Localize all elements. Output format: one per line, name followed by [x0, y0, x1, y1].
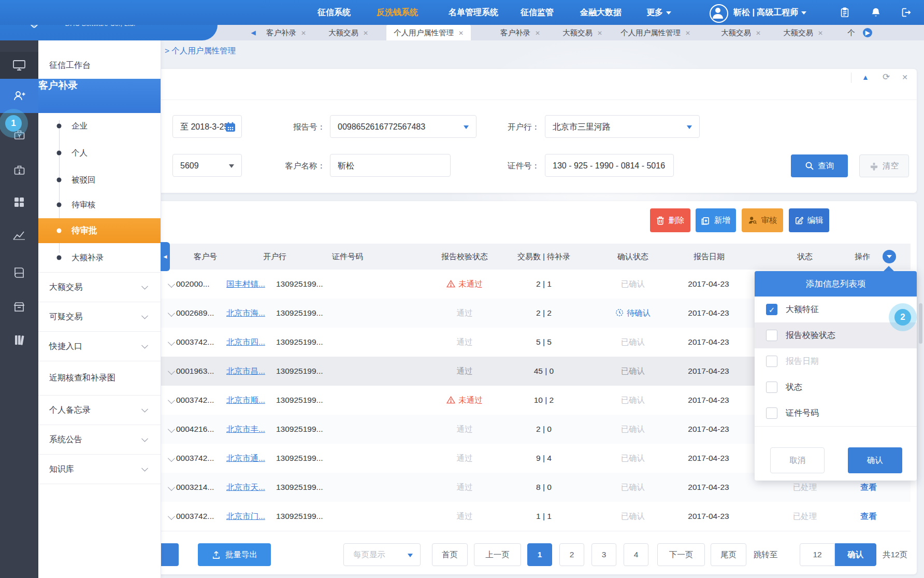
chooser-confirm-button[interactable]: 确认 — [848, 447, 902, 473]
nav-aml-system[interactable]: 反洗钱系统 — [377, 0, 418, 25]
close-icon[interactable]: ✕ — [818, 30, 823, 37]
page-last-button[interactable]: 尾页 — [711, 543, 746, 566]
jump-confirm-button[interactable]: 确认 — [835, 543, 876, 566]
customer-name-field[interactable]: 靳松 — [330, 154, 451, 177]
tab-large-transaction-4[interactable]: 大额交易✕ — [783, 25, 823, 40]
date-to-field[interactable]: 至 2018-3-25 — [172, 115, 242, 138]
refresh-icon[interactable]: ⟳ — [880, 72, 892, 83]
delete-button[interactable]: 删除 — [650, 208, 690, 232]
menu-item-quick-entry[interactable]: 快捷入口 — [38, 331, 161, 361]
clear-button[interactable]: 清空 — [859, 154, 909, 177]
clipboard-icon[interactable] — [839, 7, 850, 18]
chooser-cancel-button[interactable]: 取消 — [770, 447, 825, 473]
edit-button[interactable]: 编辑 — [789, 208, 829, 232]
bank-link[interactable]: 北京市通... — [226, 454, 265, 462]
tab-scroll-right-button[interactable]: ▶ — [863, 28, 872, 37]
jump-page-input[interactable]: 12 — [800, 543, 835, 566]
table-row[interactable]: 0003742... 北京市门... 130925199... 通过 1 | 1… — [161, 502, 911, 531]
page-scrollbar[interactable] — [919, 303, 922, 344]
bell-icon[interactable] — [870, 7, 882, 18]
rail-item-apps[interactable] — [0, 189, 38, 216]
bank-link[interactable]: 北京市天... — [226, 483, 265, 491]
add-button[interactable]: 新增 — [696, 208, 736, 232]
tab-large-transaction-1[interactable]: 大额交易✕ — [328, 25, 368, 40]
bank-link[interactable]: 北京市海... — [226, 308, 265, 317]
col-id-no[interactable]: 证件号码 — [332, 244, 363, 270]
rail-item-analytics[interactable] — [0, 222, 38, 249]
menu-item-system-notice[interactable]: 系统公告 — [38, 425, 161, 454]
logout-icon[interactable] — [900, 7, 912, 18]
chooser-item-report-date[interactable]: 报告日期 — [755, 348, 917, 374]
tab-scroll-left-button[interactable]: ◀ — [249, 28, 258, 37]
menu-item-customer-supplement[interactable]: 客户补录 — [38, 79, 161, 113]
page-first-button[interactable]: 首页 — [432, 543, 468, 566]
calendar-icon[interactable] — [225, 121, 236, 133]
nav-list-mgmt-system[interactable]: 名单管理系统 — [449, 0, 498, 25]
rail-item-dashboard[interactable] — [0, 52, 38, 79]
tab-customer-supplement-2[interactable]: 客户补录✕ — [500, 25, 540, 40]
nav-financial-bigdata[interactable]: 金融大数据 — [580, 0, 622, 25]
sidebar-collapse-handle[interactable]: ◀ — [161, 242, 170, 271]
row-expand-icon[interactable] — [168, 513, 175, 520]
rail-item-customer-supplement[interactable] — [0, 79, 38, 113]
checkbox-icon[interactable] — [766, 356, 777, 367]
chooser-item-status[interactable]: 状态 — [755, 374, 917, 400]
rail-item-manual[interactable] — [0, 259, 38, 286]
avatar[interactable] — [710, 4, 728, 23]
page-1-button[interactable]: 1 — [527, 543, 552, 566]
menu-item-suspicious-transaction[interactable]: 可疑交易 — [38, 302, 161, 331]
rail-item-alert-case[interactable] — [0, 157, 38, 184]
close-icon[interactable]: ✕ — [535, 30, 540, 37]
column-settings-button[interactable] — [883, 250, 896, 263]
bank-link[interactable]: 国丰村镇... — [226, 279, 265, 288]
submenu-item-pending-approval-active[interactable]: 待审批 — [38, 218, 161, 243]
row-expand-icon[interactable] — [168, 426, 175, 433]
col-customer-no[interactable]: 客户号 — [194, 244, 217, 270]
menu-item-large-transaction[interactable]: 大额交易 — [38, 272, 161, 302]
bank-link[interactable]: 北京市昌... — [226, 366, 265, 375]
tab-truncated[interactable]: 个 — [847, 25, 855, 40]
page-next-button[interactable]: 下一页 — [657, 543, 705, 566]
submenu-item-rejected[interactable]: 被驳回 — [38, 168, 161, 191]
collapse-icon[interactable]: ▲ — [860, 72, 871, 83]
review-button[interactable]: 审核 — [742, 208, 783, 232]
batch-export-button[interactable]: 批量导出 — [198, 543, 271, 566]
checkbox-icon[interactable] — [766, 382, 777, 393]
page-3-button[interactable]: 3 — [591, 543, 616, 566]
bank-link[interactable]: 北京市门... — [226, 512, 265, 520]
bank-link[interactable]: 北京市顺... — [226, 396, 265, 404]
row-expand-icon[interactable] — [168, 339, 175, 346]
page-4-button[interactable]: 4 — [624, 543, 648, 566]
menu-item-workbench[interactable]: 征信工作台 — [38, 52, 161, 79]
report-no-select[interactable]: 0098652616772567483 — [330, 115, 477, 138]
view-link[interactable]: 查看 — [861, 483, 877, 491]
submenu-item-enterprise[interactable]: 企业 — [38, 115, 161, 137]
submenu-item-pending-review[interactable]: 待审核 — [38, 193, 161, 216]
row-expand-icon[interactable] — [168, 484, 175, 491]
tab-personal-user-attr-2[interactable]: 个人用户属性管理✕ — [620, 25, 690, 40]
row-expand-icon[interactable] — [168, 280, 175, 288]
close-icon[interactable]: ✕ — [685, 30, 690, 37]
menu-item-personal-memo[interactable]: 个人备忘录 — [38, 395, 161, 425]
page-prev-button[interactable]: 上一页 — [474, 543, 521, 566]
checkbox-checked-icon[interactable]: ✓ — [766, 304, 777, 315]
menu-item-recent-check-chart[interactable]: 近期核查和补录图 — [38, 361, 161, 395]
bank-select[interactable]: 北京市三里河路 — [545, 115, 700, 138]
submenu-item-large-supplement[interactable]: 大额补录 — [38, 246, 161, 269]
nav-more-menu[interactable]: 更多 — [646, 0, 671, 25]
row-expand-icon[interactable] — [168, 455, 175, 462]
page-size-select[interactable]: 每页显示 — [343, 543, 421, 566]
row-expand-icon[interactable] — [168, 368, 175, 375]
rail-item-library[interactable] — [0, 327, 38, 354]
bank-link[interactable]: 北京市丰... — [226, 425, 265, 433]
view-link[interactable]: 查看 — [861, 512, 877, 520]
tab-personal-user-attr-active[interactable]: 个人用户属性管理✕ — [386, 25, 471, 40]
close-icon[interactable]: ✕ — [301, 30, 306, 37]
chooser-item-id-no[interactable]: 证件号码 — [755, 400, 917, 426]
search-button[interactable]: 查询 — [791, 154, 848, 177]
bank-link[interactable]: 北京市四... — [226, 337, 265, 346]
close-icon[interactable]: ✕ — [899, 72, 911, 83]
page-2-button[interactable]: 2 — [559, 543, 584, 566]
checkbox-icon[interactable] — [766, 330, 777, 341]
tab-large-transaction-2[interactable]: 大额交易✕ — [562, 25, 602, 40]
